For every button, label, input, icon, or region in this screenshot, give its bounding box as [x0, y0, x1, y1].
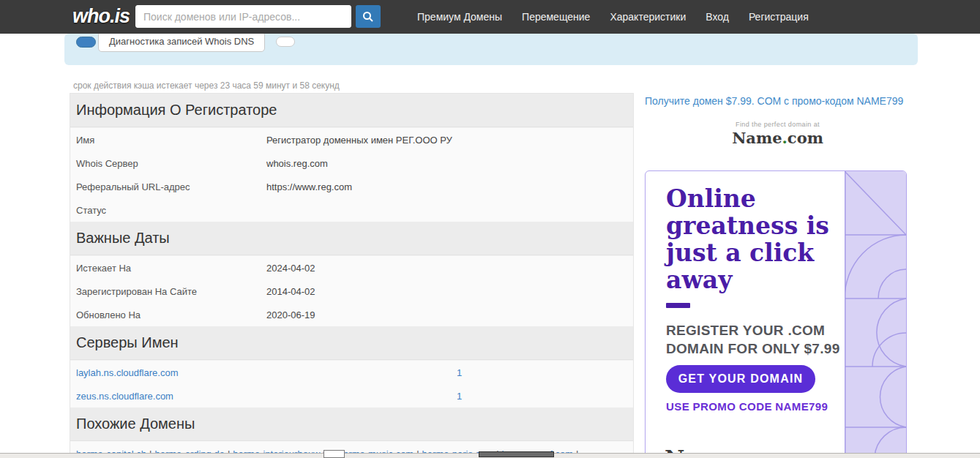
- nav-item-register[interactable]: Регистрация: [749, 11, 809, 23]
- table-row: laylah.ns.cloudflare.com 1: [70, 361, 633, 384]
- logo-dot: .: [782, 129, 788, 147]
- ad-geometric-decoration: [845, 171, 906, 457]
- row-label: Реферальный URL-адрес: [76, 181, 266, 192]
- registrar-rows: Имя Регистратор доменных имен РЕГ.ООО РУ…: [70, 127, 633, 222]
- nav-item-transfer[interactable]: Перемещение: [522, 11, 590, 23]
- get-your-domain-button[interactable]: GET YOUR DOMAIN: [666, 365, 815, 393]
- row-label: Статус: [76, 205, 266, 216]
- logo-tld-part: com: [788, 129, 823, 147]
- whois-result-panel: Информация О Регистраторе Имя Регистрато…: [70, 93, 634, 458]
- table-row: Обновлено На 2020-06-19: [70, 303, 633, 326]
- dates-rows: Истекает На 2024-04-02 Зарегистрирован Н…: [70, 255, 633, 326]
- logo-name-part: Name: [732, 129, 782, 147]
- ad-headline: Online greatness is just a click away: [666, 186, 838, 294]
- nameserver-link[interactable]: zeus.ns.cloudflare.com: [76, 391, 173, 402]
- row-value: 2014-04-02: [266, 286, 315, 297]
- tools-band: Диагностика записей Whois DNS: [64, 34, 918, 65]
- row-label: Обновлено На: [76, 309, 266, 320]
- row-value: Регистратор доменных имен РЕГ.ООО РУ: [266, 135, 452, 146]
- table-row: Whois Сервер whois.reg.com: [70, 151, 633, 175]
- band-secondary-pill[interactable]: [276, 37, 295, 47]
- table-row: Зарегистрирован На Сайте 2014-04-02: [70, 279, 633, 303]
- search-input[interactable]: [135, 5, 351, 28]
- table-row: Реферальный URL-адрес https://www.reg.co…: [70, 175, 633, 198]
- nameserver-count-link[interactable]: 1: [457, 367, 462, 378]
- ad-headline-line: just a click: [666, 240, 838, 267]
- row-label: Имя: [76, 135, 266, 146]
- row-label: Зарегистрирован На Сайте: [76, 286, 266, 297]
- band-toggle-pill[interactable]: [76, 37, 96, 48]
- search-button[interactable]: [356, 5, 381, 28]
- row-value: 2020-06-19: [266, 309, 315, 320]
- search-icon: [362, 11, 374, 23]
- bottom-scrollbar-thumb[interactable]: [479, 451, 554, 457]
- row-value: whois.reg.com: [266, 158, 328, 169]
- ad-dash-decoration: [666, 303, 690, 308]
- row-label: Whois Сервер: [76, 158, 266, 169]
- row-value: https://www.reg.com: [266, 181, 352, 192]
- section-header-registrar: Информация О Регистраторе: [70, 94, 633, 127]
- namecom-logo-block[interactable]: Find the perfect domain at Name.com: [688, 121, 867, 147]
- table-row: Статус: [70, 198, 633, 222]
- ad-headline-line: greatness is: [666, 213, 838, 240]
- ad-headline-line: Online: [666, 186, 838, 213]
- nav-item-login[interactable]: Вход: [706, 11, 729, 23]
- cache-expiry-notice: срок действия кэша истекает через 23 час…: [73, 80, 340, 91]
- namecom-ad-banner[interactable]: Online greatness is just a click away RE…: [645, 170, 907, 457]
- nav-item-premium-domains[interactable]: Премиум Домены: [417, 11, 502, 23]
- navbar-menu: Премиум Домены Перемещение Характеристик…: [417, 0, 809, 34]
- ad-subtext-line: DOMAIN FOR ONLY $7.99: [666, 339, 838, 358]
- section-header-name-servers: Серверы Имен: [70, 326, 633, 360]
- table-row: Имя Регистратор доменных имен РЕГ.ООО РУ: [70, 128, 633, 151]
- whois-logo[interactable]: who.is: [72, 5, 130, 28]
- ad-headline-line: away: [666, 267, 838, 294]
- nav-item-features[interactable]: Характеристики: [610, 11, 686, 23]
- namecom-logo: Name.com: [688, 129, 867, 147]
- nameserver-rows: laylah.ns.cloudflare.com 1 zeus.ns.cloud…: [70, 360, 633, 408]
- tab-whois-dns-diagnostics[interactable]: Диагностика записей Whois DNS: [98, 31, 265, 52]
- section-header-important-dates: Важные Даты: [70, 222, 633, 255]
- ad-content: Online greatness is just a click away RE…: [666, 186, 838, 413]
- namecom-tagline: Find the perfect domain at: [688, 121, 867, 128]
- row-value: 2024-04-02: [266, 263, 315, 274]
- ad-promo-code-text: USE PROMO CODE NAME799: [666, 400, 838, 413]
- row-label: Истекает На: [76, 263, 266, 274]
- nameserver-link[interactable]: laylah.ns.cloudflare.com: [76, 367, 178, 378]
- bottom-resize-notch: [323, 450, 345, 458]
- section-header-similar-domains: Похожие Домены: [70, 408, 633, 441]
- promo-offer-link[interactable]: Получите домен $7.99. COM с промо-кодом …: [645, 95, 903, 107]
- table-row: zeus.ns.cloudflare.com 1: [70, 384, 633, 408]
- nameserver-count-link[interactable]: 1: [457, 391, 462, 402]
- top-navbar: who.is Премиум Домены Перемещение Характ…: [0, 0, 980, 34]
- table-row: Истекает На 2024-04-02: [70, 256, 633, 279]
- ad-subtext-line: REGISTER YOUR .COM: [666, 321, 838, 339]
- ad-subtext: REGISTER YOUR .COM DOMAIN FOR ONLY $7.99: [666, 321, 838, 358]
- whois-page: who.is Премиум Домены Перемещение Характ…: [0, 0, 980, 458]
